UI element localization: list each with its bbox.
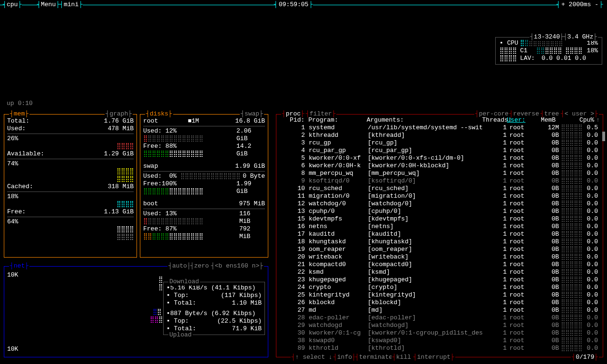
proc-row[interactable]: 2 kthreadd [kthreadd] 1 root 0B ⣿⣿⣿⣿⣿ 0.… xyxy=(279,132,600,139)
upload-label: Upload xyxy=(168,331,193,339)
proc-hdr-program[interactable]: Program: xyxy=(304,116,364,124)
mem-panel: ┤mem├ ┤graph├ Total:1.76 GiB Used:478 Mi… xyxy=(4,114,137,258)
disk-swap-used: 0 Byte xyxy=(243,172,265,180)
proc-hdr-pid[interactable]: Pid: xyxy=(279,116,304,124)
mem-graph-btn[interactable]: graph xyxy=(109,110,128,117)
tab-menu[interactable]: Menu xyxy=(41,1,56,9)
mem-cached-label: Cached: xyxy=(7,183,33,191)
proc-row[interactable]: 1 systemd /usr/lib/systemd/systemd --swi… xyxy=(279,124,600,132)
proc-row[interactable]: 17 kauditd [kauditd] 1 root 0B ⣿⣿⣿⣿⣿ 0.0 xyxy=(279,230,600,238)
disk-root-name: root xyxy=(143,117,158,125)
disk-boot-used: 116 MiB xyxy=(239,210,265,225)
proc-hdr-threads[interactable]: Threads: xyxy=(482,116,504,124)
proc-row[interactable]: 13 cpuhp/0 [cpuhp/0] 1 root 0B ⣿⣿⣿⣿⣿ 0.0 xyxy=(279,208,600,215)
proc-row[interactable]: 6 kworker/0:0H-k [kworker/0:0H-kblockd] … xyxy=(279,162,600,170)
mem-used-label: Used: xyxy=(7,125,26,133)
lav-label: LAV: xyxy=(520,55,535,62)
proc-hdr-args[interactable]: Arguments: xyxy=(365,116,482,124)
sort-arrow-icon: ↑ xyxy=(594,116,600,124)
net-scale-top: 10K xyxy=(7,271,18,279)
dl-top: (117 Kibps) xyxy=(221,292,262,299)
proc-row[interactable]: 4 rcu_par_gp [rcu_par_gp] 1 root 0B ⣿⣿⣿⣿… xyxy=(279,147,600,154)
proc-row[interactable]: 26 kblockd [kblockd] 1 root 0B ⣿⣿⣿⣿⣿ 0.0 xyxy=(279,299,600,307)
proc-row[interactable]: 28 edac-poller [edac-poller] 1 root 0B ⣿… xyxy=(279,314,600,322)
proc-row[interactable]: 25 kintegrityd [kintegrityd] 1 root 0B ⣿… xyxy=(279,291,600,299)
tab-mini[interactable]: mini xyxy=(64,1,78,9)
proc-row[interactable]: 18 khungtaskd [khungtaskd] 1 root 0B ⣿⣿⣿… xyxy=(279,238,600,246)
proc-select-btn[interactable]: ↑ select ↓ xyxy=(295,354,333,361)
mem-cached-pct: 18% xyxy=(7,193,18,201)
disk-boot-name: boot xyxy=(143,200,158,208)
proc-row[interactable]: 89 kthrotld [kthrotld] 1 root 0B ⣿⣿⣿⣿⣿ 0… xyxy=(279,345,600,352)
disk-root-used: 2.06 GiB xyxy=(236,127,265,143)
proc-row[interactable]: 30 kworker/0:1-cg [kworker/0:1-cgroup_pi… xyxy=(279,329,600,337)
refresh-rate[interactable]: + 2000ms - xyxy=(561,1,598,9)
proc-row[interactable]: 3 rcu_gp [rcu_gp] 1 root 0B ⣿⣿⣿⣿⣿ 0.0 xyxy=(279,139,600,147)
uptime: up 0:10 xyxy=(7,100,33,107)
proc-scrollbar[interactable] xyxy=(602,132,605,141)
mem-cached-val: 318 MiB xyxy=(108,183,134,191)
ul-speed: 887 Byte/s (6.92 Kibps) xyxy=(170,310,255,317)
mem-total-val: 1.76 GiB xyxy=(104,117,134,125)
proc-panel: ┤proc├ ┤filter├ ┤per-core├ ┤reverse├ ┤tr… xyxy=(276,114,603,357)
proc-row[interactable]: 29 watchdogd [watchdogd] 1 root 0B ⣿⣿⣿⣿⣿… xyxy=(279,322,600,329)
c1-label: C1 xyxy=(520,47,528,55)
ul-top: (22.5 Kibps) xyxy=(217,317,262,325)
mem-avail-val: 1.29 GiB xyxy=(104,150,134,158)
disk-root-free: 14.2 GiB xyxy=(236,143,265,158)
net-zero-btn[interactable]: zero xyxy=(194,262,209,269)
clock: 09:59:05 xyxy=(279,1,308,9)
proc-hdr-user[interactable]: User: xyxy=(504,116,532,124)
proc-row[interactable]: 11 migration/0 [migration/0] 1 root 0B ⣿… xyxy=(279,192,600,200)
proc-row[interactable]: 23 khugepaged [khugepaged] 1 root 0B ⣿⣿⣿… xyxy=(279,276,600,284)
disk-boot-free: 792 MiB xyxy=(239,225,265,240)
proc-row[interactable]: 10 rcu_sched [rcu_sched] 1 root 0B ⣿⣿⣿⣿⣿… xyxy=(279,185,600,192)
net-scale-bot: 10K xyxy=(7,345,18,353)
proc-kill-btn[interactable]: kill xyxy=(396,354,411,361)
proc-row[interactable]: 38 kswapd0 [kswapd0] 1 root 0B ⣿⣿⣿⣿⣿ 0.0 xyxy=(279,337,600,345)
proc-row[interactable]: 22 ksmd [ksmd] 1 root 0B ⣿⣿⣿⣿⣿ 0.0 xyxy=(279,268,600,276)
tab-cpu[interactable]: cpu xyxy=(7,1,18,9)
net-stats: Download Upload ▪ 5.16 KiB/s (41.1 Kibps… xyxy=(163,282,265,335)
mem-avail-pct: 74% xyxy=(7,160,18,168)
mem-free-val: 1.13 GiB xyxy=(104,208,134,216)
disk-swap-name: swap xyxy=(143,163,158,170)
proc-hdr-memb[interactable]: MemB xyxy=(532,116,556,124)
proc-row[interactable]: 19 oom_reaper [oom_reaper] 1 root 0B ⣿⣿⣿… xyxy=(279,246,600,253)
proc-row[interactable]: 27 md [md] 1 root 0B ⣿⣿⣿⣿⣿ 0.0 xyxy=(279,307,600,314)
mem-avail-label: Available: xyxy=(7,150,44,158)
mem-used-val: 478 MiB xyxy=(108,125,134,133)
proc-position: 0/179 xyxy=(576,354,594,361)
dl-total: 1.10 MiB xyxy=(232,299,262,307)
proc-row[interactable]: 15 kdevtmpfs [kdevtmpfs] 1 root 0B ⣿⣿⣿⣿⣿… xyxy=(279,215,600,223)
proc-row[interactable]: 8 mm_percpu_wq [mm_percpu_wq] 1 root 0B … xyxy=(279,170,600,177)
proc-hdr-cpu[interactable]: Cpu% xyxy=(578,116,595,124)
proc-interrupt-btn[interactable]: interrupt xyxy=(417,354,450,361)
disks-panel: ┤disks├ ┤swap├ root ■1M 16.8 GiB Used: 1… xyxy=(140,114,268,258)
proc-info-btn[interactable]: info xyxy=(337,354,352,361)
proc-row[interactable]: 9 ksoftirqd/0 [ksoftirqd/0] 1 root 0B ⣿⣿… xyxy=(279,177,600,185)
cpu-model: i3-3240 xyxy=(534,33,560,40)
disk-root-io: ■1M xyxy=(188,117,199,125)
proc-row[interactable]: 12 watchdog/0 [watchdog/0] 1 root 0B ⣿⣿⣿… xyxy=(279,200,600,208)
mem-used-pct: 26% xyxy=(7,135,18,143)
mem-free-pct: 64% xyxy=(7,218,18,226)
disk-swap-free: 1.99 GiB xyxy=(236,180,265,195)
net-panel: ┤net├ ┤auto├ ┤zero├ ┤<b ens160 n>├ 10K 1… xyxy=(4,266,268,357)
proc-row[interactable]: 20 writeback [writeback] 1 root 0B ⣿⣿⣿⣿⣿… xyxy=(279,253,600,261)
net-iface[interactable]: <b ens160 n> xyxy=(215,262,260,269)
cpu-label: CPU xyxy=(507,39,518,47)
disk-boot-total: 975 MiB xyxy=(239,200,265,208)
net-auto-btn[interactable]: auto xyxy=(172,262,187,269)
proc-row[interactable]: 21 kcompactd0 [kcompactd0] 1 root 0B ⣿⣿⣿… xyxy=(279,261,600,268)
proc-row[interactable]: 5 kworker/0:0-xf [kworker/0:0-xfs-cil/dm… xyxy=(279,154,600,162)
c1-pct: 18% xyxy=(582,47,598,55)
proc-row[interactable]: 16 netns [netns] 1 root 0B ⣿⣿⣿⣿⣿ 0.0 xyxy=(279,223,600,230)
cpu-freq: 3.4 GHz xyxy=(568,33,594,40)
proc-terminate-btn[interactable]: terminate xyxy=(359,354,392,361)
disk-swap-total: 1.99 GiB xyxy=(235,163,265,170)
download-label: Download xyxy=(168,278,200,286)
mem-free-label: Free: xyxy=(7,208,26,216)
proc-row[interactable]: 24 crypto [crypto] 1 root 0B ⣿⣿⣿⣿⣿ 0.0 xyxy=(279,284,600,291)
disks-swap-btn[interactable]: swap xyxy=(245,110,259,117)
